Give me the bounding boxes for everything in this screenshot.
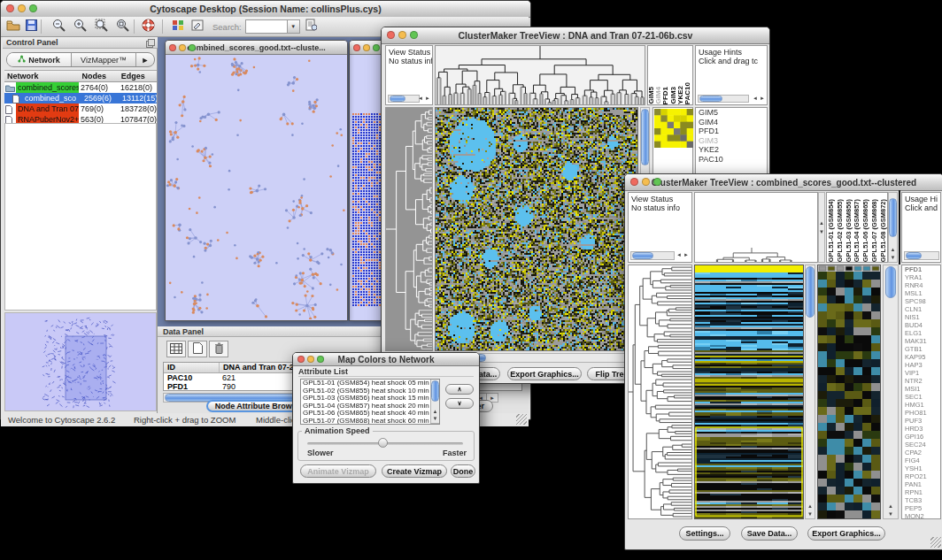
gene-label[interactable]: TCB3 [902,496,940,504]
gene-label[interactable]: GIM5 [696,108,767,118]
gene-label[interactable]: YSH1 [902,464,940,472]
column-label[interactable]: GPL51-03 (GSM856) [845,199,853,262]
gene-label[interactable]: PAC10 [696,155,767,165]
gene-label[interactable]: PFD1 [902,265,940,273]
main-title-bar[interactable]: Cytoscape Desktop (Session Name: collins… [1,1,530,18]
attribute-doc-icon[interactable] [305,19,317,35]
gene-label[interactable]: GPI16 [902,433,940,441]
close-button[interactable] [387,31,395,39]
save-icon[interactable] [26,19,37,35]
scroll-down-arrow[interactable]: ▼ [806,510,815,518]
tv2-zoom-view[interactable] [817,265,881,519]
scroll-left-arrow[interactable]: ◄ [676,251,683,259]
resize-grip[interactable] [930,537,941,548]
tv2-heatmap-global-view[interactable] [694,265,804,519]
zoom-fit-icon[interactable] [95,19,109,35]
minimize-button[interactable] [18,4,26,12]
move-attribute-down-button[interactable]: ∨ [445,398,474,409]
done-button[interactable]: Done [451,464,475,478]
attribute-item[interactable]: GPL51-07 (GSM868) heat shock 60 min [303,418,439,425]
gene-label[interactable]: HMG1 [902,401,940,409]
scroll-down-arrow[interactable]: ▼ [819,228,824,236]
gene-label[interactable]: MON2 [902,512,940,519]
dialog-title-bar[interactable]: Map Colors to Network [293,353,479,366]
tv1-hints-scrollbar[interactable] [698,95,749,103]
tv1-heatmap-global-view[interactable] [435,107,638,351]
column-label[interactable]: GPL51-02 (GSM855) [836,199,845,262]
column-label[interactable]: GPL51-08 (GSM872) [879,199,888,262]
gene-label[interactable]: GIM4 [696,118,767,127]
column-label[interactable]: PAC10 [684,82,691,104]
gene-label[interactable]: NTR2 [902,377,940,385]
tv1-status-scrollbar[interactable] [388,95,420,103]
scroll-down-arrow[interactable]: ▼ [884,510,898,518]
gene-label[interactable]: YRA1 [902,273,940,281]
scrollbar-thumb[interactable] [431,380,439,402]
gene-label[interactable]: PAN1 [902,480,940,488]
treeview2-title-bar[interactable]: ClusterMaker TreeView : combined_scores_… [625,174,942,191]
scroll-left-arrow[interactable]: ◄ [417,95,424,103]
gene-label[interactable]: FIG4 [902,456,940,464]
zoom-button[interactable] [29,4,37,12]
zoom-in-icon[interactable] [73,19,88,35]
gene-label[interactable]: PEP5 [902,504,940,512]
delete-attribute-trash-icon[interactable] [209,341,228,357]
gene-label[interactable]: RPO21 [902,472,940,480]
tv1-export-graphics-button[interactable]: Export Graphics... [507,367,582,380]
move-attribute-up-button[interactable]: ∧ [445,384,474,395]
gene-label[interactable]: PFD1 [696,127,767,136]
animation-speed-slider-thumb[interactable] [378,438,388,448]
scroll-down-arrow[interactable]: ▼ [431,415,439,423]
gene-label[interactable]: HRD3 [902,425,940,433]
tv2-column-dendrogram[interactable] [694,192,818,263]
minimize-button[interactable] [179,44,186,51]
treeview1-title-bar[interactable]: ClusterMaker TreeView : DNA and Tran 07-… [382,27,769,44]
network-overview-canvas[interactable] [5,313,156,410]
column-label[interactable]: GPL51-06 (GSM865) [861,199,870,262]
zoom-button[interactable] [653,178,661,186]
animate-vizmap-button[interactable]: Animate Vizmap [300,464,376,478]
tv2-labels-vscrollbar[interactable]: ▲ ▼ [888,192,898,263]
network1-canvas[interactable] [166,55,345,319]
network-row[interactable]: combined_scores 2764(0) 16218(0) [4,82,157,93]
scrollbar-thumb[interactable] [641,109,649,165]
network-row-selected[interactable]: combined_sco 2569(6) 13112(15) [4,93,157,104]
zoom-button[interactable] [410,31,418,39]
close-button[interactable] [630,178,638,186]
close-button[interactable] [169,44,176,51]
tv2-settings-button[interactable]: Settings... [679,526,730,541]
tv2-heatmap-vscrollbar[interactable]: ▲ ▼ [805,265,815,519]
scroll-up-arrow[interactable]: ▲ [806,502,815,510]
column-label[interactable]: GPL51-07 (GSM868) [870,199,879,262]
gene-label[interactable]: RPN1 [902,488,940,496]
tv2-status-scrollbar[interactable] [630,251,675,260]
scrollbar-thumb[interactable] [889,198,897,237]
scroll-right-arrow[interactable]: ► [683,251,690,259]
zoom-selected-icon[interactable] [116,19,130,35]
table-view-icon[interactable] [166,341,186,357]
resize-grip[interactable] [516,414,527,425]
gene-label[interactable]: PHO81 [902,409,940,417]
float-panel-icon[interactable] [146,39,155,51]
gene-label[interactable]: MSL1 [902,289,940,297]
gene-label[interactable]: GTB1 [902,345,940,353]
column-header-id[interactable]: ID [164,363,220,372]
scroll-right-arrow[interactable]: ► [424,95,431,103]
tab-overflow-arrow[interactable]: ► [136,53,154,66]
gene-label[interactable]: CPA2 [902,449,940,456]
gene-label[interactable]: YKE2 [696,145,767,155]
gene-label[interactable]: BUD4 [902,321,940,329]
attribute-list-vscrollbar[interactable]: ▲ ▼ [430,380,439,424]
scroll-left-arrow[interactable]: ◄ [752,95,759,103]
network-row[interactable]: DNA and Tran 07 769(0) 183728(0) [4,104,157,114]
search-input[interactable] [245,19,288,34]
gene-label[interactable]: NIS1 [902,313,940,321]
gene-label[interactable]: SEC24 [902,441,940,449]
create-vizmap-button[interactable]: Create Vizmap [382,464,447,478]
gene-label[interactable]: MSI1 [902,385,940,393]
open-file-icon[interactable] [6,19,20,35]
tab-network[interactable]: Network [7,53,72,66]
gene-label[interactable]: GIM3 [696,136,767,146]
zoom-out-icon[interactable] [52,19,66,35]
gene-label[interactable]: HAP3 [902,361,940,369]
